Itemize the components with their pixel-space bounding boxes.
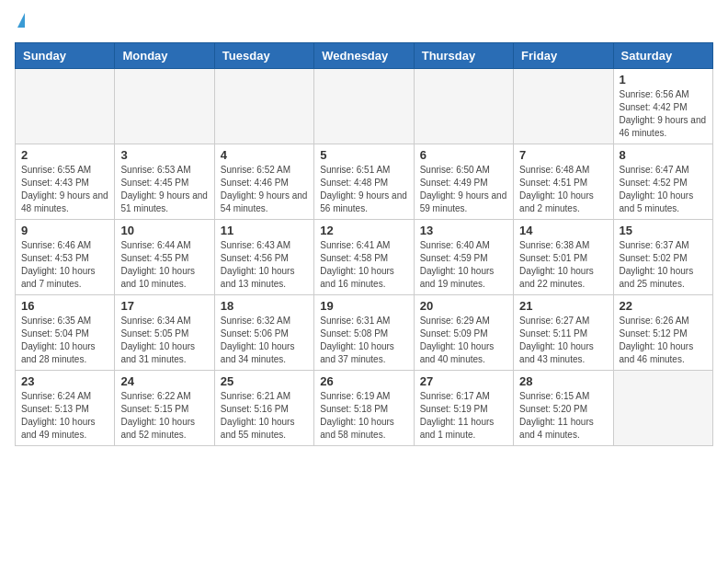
day-number: 11	[221, 224, 308, 237]
day-number: 23	[21, 374, 108, 388]
calendar-cell: 22Sunrise: 6:26 AM Sunset: 5:12 PM Dayli…	[613, 295, 712, 371]
day-info: Sunrise: 6:44 AM Sunset: 4:55 PM Dayligh…	[120, 239, 208, 291]
calendar-cell: 3Sunrise: 6:53 AM Sunset: 4:45 PM Daylig…	[115, 144, 214, 220]
calendar-cell: 2Sunrise: 6:55 AM Sunset: 4:43 PM Daylig…	[16, 144, 115, 220]
page-header	[15, 15, 713, 35]
day-number: 2	[21, 148, 108, 162]
day-info: Sunrise: 6:17 AM Sunset: 5:19 PM Dayligh…	[420, 390, 507, 442]
day-number: 10	[120, 224, 208, 237]
day-info: Sunrise: 6:41 AM Sunset: 4:58 PM Dayligh…	[320, 239, 407, 291]
day-number: 7	[519, 148, 607, 162]
calendar-cell: 21Sunrise: 6:27 AM Sunset: 5:11 PM Dayli…	[514, 295, 613, 371]
calendar-cell: 19Sunrise: 6:31 AM Sunset: 5:08 PM Dayli…	[314, 295, 414, 371]
calendar-cell	[514, 69, 613, 144]
day-number: 28	[519, 374, 607, 388]
logo	[15, 15, 25, 35]
calendar-cell: 15Sunrise: 6:37 AM Sunset: 5:02 PM Dayli…	[613, 220, 712, 295]
day-number: 19	[320, 299, 407, 313]
calendar-week-row: 16Sunrise: 6:35 AM Sunset: 5:04 PM Dayli…	[16, 295, 713, 371]
day-number: 9	[21, 224, 108, 237]
day-number: 26	[320, 374, 407, 388]
day-info: Sunrise: 6:53 AM Sunset: 4:45 PM Dayligh…	[120, 164, 208, 215]
day-info: Sunrise: 6:38 AM Sunset: 5:01 PM Dayligh…	[519, 239, 607, 291]
calendar-cell: 16Sunrise: 6:35 AM Sunset: 5:04 PM Dayli…	[16, 295, 115, 371]
day-number: 6	[420, 148, 507, 162]
calendar-cell	[613, 371, 712, 446]
day-info: Sunrise: 6:29 AM Sunset: 5:09 PM Dayligh…	[420, 315, 507, 366]
calendar-cell	[115, 69, 214, 144]
weekday-header: Friday	[514, 43, 613, 69]
weekday-header: Monday	[115, 43, 214, 69]
calendar-cell: 26Sunrise: 6:19 AM Sunset: 5:18 PM Dayli…	[314, 371, 414, 446]
calendar-week-row: 9Sunrise: 6:46 AM Sunset: 4:53 PM Daylig…	[16, 220, 713, 295]
calendar-cell: 20Sunrise: 6:29 AM Sunset: 5:09 PM Dayli…	[414, 295, 513, 371]
day-info: Sunrise: 6:15 AM Sunset: 5:20 PM Dayligh…	[519, 390, 607, 442]
day-number: 12	[320, 224, 407, 237]
calendar-cell: 14Sunrise: 6:38 AM Sunset: 5:01 PM Dayli…	[514, 220, 613, 295]
day-info: Sunrise: 6:26 AM Sunset: 5:12 PM Dayligh…	[620, 315, 707, 366]
day-number: 3	[120, 148, 208, 162]
day-info: Sunrise: 6:43 AM Sunset: 4:56 PM Dayligh…	[221, 239, 308, 291]
day-info: Sunrise: 6:21 AM Sunset: 5:16 PM Dayligh…	[221, 390, 308, 442]
day-info: Sunrise: 6:56 AM Sunset: 4:42 PM Dayligh…	[620, 88, 707, 140]
calendar-cell: 24Sunrise: 6:22 AM Sunset: 5:15 PM Dayli…	[115, 371, 214, 446]
day-number: 20	[420, 299, 507, 313]
day-number: 22	[620, 299, 707, 313]
calendar-header-row: SundayMondayTuesdayWednesdayThursdayFrid…	[16, 43, 713, 69]
day-number: 1	[620, 73, 707, 86]
calendar-cell: 10Sunrise: 6:44 AM Sunset: 4:55 PM Dayli…	[115, 220, 214, 295]
day-info: Sunrise: 6:51 AM Sunset: 4:48 PM Dayligh…	[320, 164, 407, 215]
calendar-cell	[16, 69, 115, 144]
day-number: 18	[221, 299, 308, 313]
calendar-cell: 9Sunrise: 6:46 AM Sunset: 4:53 PM Daylig…	[16, 220, 115, 295]
calendar-cell: 5Sunrise: 6:51 AM Sunset: 4:48 PM Daylig…	[314, 144, 414, 220]
calendar-cell: 17Sunrise: 6:34 AM Sunset: 5:05 PM Dayli…	[115, 295, 214, 371]
weekday-header: Wednesday	[314, 43, 414, 69]
day-info: Sunrise: 6:47 AM Sunset: 4:52 PM Dayligh…	[620, 164, 707, 215]
day-info: Sunrise: 6:35 AM Sunset: 5:04 PM Dayligh…	[21, 315, 108, 366]
day-info: Sunrise: 6:48 AM Sunset: 4:51 PM Dayligh…	[519, 164, 607, 215]
calendar-cell	[214, 69, 313, 144]
day-number: 17	[120, 299, 208, 313]
day-number: 21	[519, 299, 607, 313]
weekday-header: Tuesday	[214, 43, 313, 69]
day-number: 25	[221, 374, 308, 388]
calendar-cell: 27Sunrise: 6:17 AM Sunset: 5:19 PM Dayli…	[414, 371, 513, 446]
day-info: Sunrise: 6:27 AM Sunset: 5:11 PM Dayligh…	[519, 315, 607, 366]
day-number: 13	[420, 224, 507, 237]
day-number: 14	[519, 224, 607, 237]
day-info: Sunrise: 6:24 AM Sunset: 5:13 PM Dayligh…	[21, 390, 108, 442]
calendar-week-row: 23Sunrise: 6:24 AM Sunset: 5:13 PM Dayli…	[16, 371, 713, 446]
day-number: 15	[620, 224, 707, 237]
day-number: 24	[120, 374, 208, 388]
calendar-cell: 1Sunrise: 6:56 AM Sunset: 4:42 PM Daylig…	[613, 69, 712, 144]
day-info: Sunrise: 6:46 AM Sunset: 4:53 PM Dayligh…	[21, 239, 108, 291]
calendar-cell: 28Sunrise: 6:15 AM Sunset: 5:20 PM Dayli…	[514, 371, 613, 446]
day-info: Sunrise: 6:55 AM Sunset: 4:43 PM Dayligh…	[21, 164, 108, 215]
day-number: 5	[320, 148, 407, 162]
calendar-cell: 23Sunrise: 6:24 AM Sunset: 5:13 PM Dayli…	[16, 371, 115, 446]
weekday-header: Thursday	[414, 43, 513, 69]
day-info: Sunrise: 6:34 AM Sunset: 5:05 PM Dayligh…	[120, 315, 208, 366]
calendar-table: SundayMondayTuesdayWednesdayThursdayFrid…	[15, 42, 713, 446]
day-number: 8	[620, 148, 707, 162]
day-info: Sunrise: 6:52 AM Sunset: 4:46 PM Dayligh…	[221, 164, 308, 215]
day-info: Sunrise: 6:19 AM Sunset: 5:18 PM Dayligh…	[320, 390, 407, 442]
calendar-week-row: 2Sunrise: 6:55 AM Sunset: 4:43 PM Daylig…	[16, 144, 713, 220]
calendar-cell	[314, 69, 414, 144]
weekday-header: Saturday	[613, 43, 712, 69]
day-info: Sunrise: 6:31 AM Sunset: 5:08 PM Dayligh…	[320, 315, 407, 366]
weekday-header: Sunday	[16, 43, 115, 69]
day-info: Sunrise: 6:32 AM Sunset: 5:06 PM Dayligh…	[221, 315, 308, 366]
day-info: Sunrise: 6:50 AM Sunset: 4:49 PM Dayligh…	[420, 164, 507, 215]
calendar-week-row: 1Sunrise: 6:56 AM Sunset: 4:42 PM Daylig…	[16, 69, 713, 144]
day-info: Sunrise: 6:22 AM Sunset: 5:15 PM Dayligh…	[120, 390, 208, 442]
day-number: 27	[420, 374, 507, 388]
calendar-cell: 18Sunrise: 6:32 AM Sunset: 5:06 PM Dayli…	[214, 295, 313, 371]
calendar-cell: 25Sunrise: 6:21 AM Sunset: 5:16 PM Dayli…	[214, 371, 313, 446]
calendar-cell: 12Sunrise: 6:41 AM Sunset: 4:58 PM Dayli…	[314, 220, 414, 295]
day-info: Sunrise: 6:40 AM Sunset: 4:59 PM Dayligh…	[420, 239, 507, 291]
day-number: 16	[21, 299, 108, 313]
calendar-cell: 8Sunrise: 6:47 AM Sunset: 4:52 PM Daylig…	[613, 144, 712, 220]
calendar-cell	[414, 69, 513, 144]
